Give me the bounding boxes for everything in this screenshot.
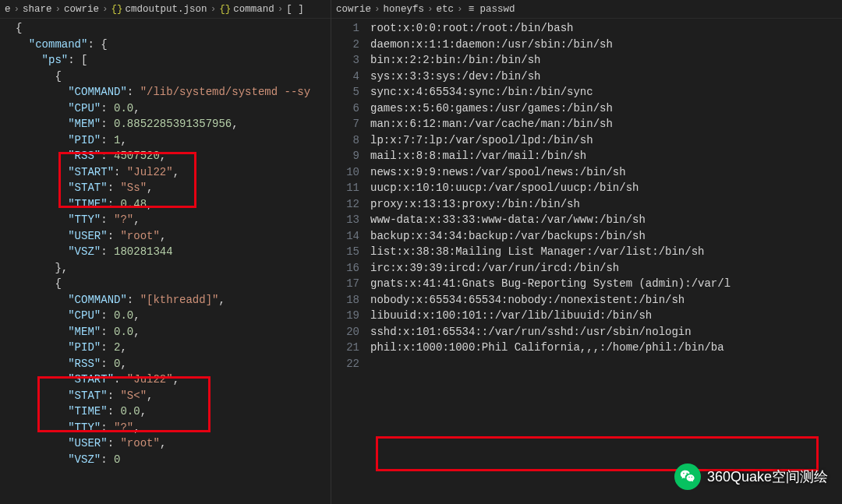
breadcrumb-separator-icon: ›: [55, 4, 62, 15]
breadcrumb-item[interactable]: e: [5, 4, 11, 15]
breadcrumb-separator-icon: ›: [457, 4, 463, 15]
line-number: 18: [331, 292, 359, 308]
json-code[interactable]: { "command": { "ps": [ { "COMMAND": "/li…: [0, 19, 331, 504]
code-line[interactable]: "START": "Jul22",: [16, 372, 331, 388]
breadcrumb-separator-icon: ›: [278, 4, 284, 15]
watermark-text: 360Quake空间测绘: [707, 467, 828, 486]
code-line[interactable]: sshd:x:101:65534::/var/run/sshd:/usr/sbi…: [370, 324, 842, 340]
code-line[interactable]: "TTY": "?",: [16, 420, 331, 436]
code-line[interactable]: "START": "Jul22",: [16, 164, 331, 181]
code-line[interactable]: "COMMAND": "/lib/systemd/systemd --sy: [16, 84, 331, 100]
breadcrumb-item[interactable]: {}command: [219, 4, 274, 15]
code-line[interactable]: },: [16, 260, 331, 277]
code-line[interactable]: bin:x:2:2:bin:/bin:/bin/sh: [370, 52, 842, 69]
line-number: 12: [331, 196, 359, 213]
code-line[interactable]: "USER": "root",: [16, 228, 331, 245]
code-line[interactable]: www-data:x:33:33:www-data:/var/www:/bin/…: [370, 212, 842, 228]
code-line[interactable]: [370, 356, 842, 372]
code-line[interactable]: "COMMAND": "[kthreadd]",: [16, 292, 331, 308]
breadcrumb-right[interactable]: cowrie›honeyfs›etc›≡passwd: [331, 0, 842, 19]
code-line[interactable]: "RSS": 0,: [16, 356, 331, 372]
line-number: 8: [331, 132, 359, 149]
code-line[interactable]: "CPU": 0.0,: [16, 100, 331, 117]
code-line[interactable]: phil:x:1000:1000:Phil California,,,:/hom…: [370, 340, 842, 356]
line-number: 9: [331, 148, 359, 164]
code-line[interactable]: "ps": [: [16, 52, 331, 69]
code-line[interactable]: "MEM": 0.0,: [16, 324, 331, 340]
line-number: 5: [331, 84, 359, 100]
watermark: 360Quake空间测绘: [674, 463, 828, 490]
line-number: 16: [331, 260, 359, 277]
code-line[interactable]: gnats:x:41:41:Gnats Bug-Reporting System…: [370, 276, 842, 292]
line-number: 22: [331, 356, 359, 372]
breadcrumb-separator-icon: ›: [102, 4, 108, 15]
code-line[interactable]: uucp:x:10:10:uucp:/var/spool/uucp:/bin/s…: [370, 180, 842, 196]
breadcrumb-left[interactable]: e›share›cowrie›{}cmdoutput.json›{}comman…: [0, 0, 331, 19]
line-number: 4: [331, 69, 359, 85]
code-line[interactable]: list:x:38:38:Mailing List Manager:/var/l…: [370, 244, 842, 260]
code-line[interactable]: "STAT": "S<",: [16, 388, 331, 404]
code-line[interactable]: "TIME": 0.0,: [16, 404, 331, 420]
code-line[interactable]: "VSZ": 0: [16, 452, 331, 468]
breadcrumb-separator-icon: ›: [374, 4, 380, 15]
line-number: 17: [331, 276, 359, 292]
code-line[interactable]: "PID": 2,: [16, 340, 331, 356]
code-line[interactable]: sys:x:3:3:sys:/dev:/bin/sh: [370, 69, 842, 85]
code-line[interactable]: "TTY": "?",: [16, 212, 331, 228]
passwd-code[interactable]: root:x:0:0:root:/root:/bin/bashdaemon:x:…: [370, 19, 842, 504]
line-number: 13: [331, 212, 359, 228]
line-number: 19: [331, 308, 359, 324]
line-gutter: 12345678910111213141516171819202122: [331, 19, 370, 504]
breadcrumb-item[interactable]: cowrie: [64, 4, 99, 15]
code-line[interactable]: root:x:0:0:root:/root:/bin/bash: [370, 20, 842, 37]
code-line[interactable]: backup:x:34:34:backup:/var/backups:/bin/…: [370, 228, 842, 245]
code-line[interactable]: libuuid:x:100:101::/var/lib/libuuid:/bin…: [370, 308, 842, 324]
code-line[interactable]: "CPU": 0.0,: [16, 308, 331, 324]
code-line[interactable]: lp:x:7:7:lp:/var/spool/lpd:/bin/sh: [370, 132, 842, 149]
json-editor[interactable]: { "command": { "ps": [ { "COMMAND": "/li…: [0, 19, 331, 504]
code-line[interactable]: "RSS": 4507520,: [16, 148, 331, 164]
code-line[interactable]: games:x:5:60:games:/usr/games:/bin/sh: [370, 100, 842, 117]
code-line[interactable]: "USER": "root",: [16, 435, 331, 452]
line-number: 21: [331, 340, 359, 356]
split-view: e›share›cowrie›{}cmdoutput.json›{}comman…: [0, 0, 842, 504]
code-line[interactable]: daemon:x:1:1:daemon:/usr/sbin:/bin/sh: [370, 37, 842, 53]
wechat-icon: [674, 463, 701, 490]
code-line[interactable]: "TIME": 0.48,: [16, 196, 331, 213]
line-number: 2: [331, 37, 359, 53]
line-number: 11: [331, 180, 359, 196]
code-line[interactable]: nobody:x:65534:65534:nobody:/nonexistent…: [370, 292, 842, 308]
code-line[interactable]: mail:x:8:8:mail:/var/mail:/bin/sh: [370, 148, 842, 164]
code-line[interactable]: "PID": 1,: [16, 132, 331, 149]
code-line[interactable]: proxy:x:13:13:proxy:/bin:/bin/sh: [370, 196, 842, 213]
code-line[interactable]: "STAT": "Ss",: [16, 180, 331, 196]
breadcrumb-item[interactable]: {}cmdoutput.json: [111, 4, 207, 15]
code-line[interactable]: man:x:6:12:man:/var/cache/man:/bin/sh: [370, 116, 842, 132]
line-number: 7: [331, 116, 359, 132]
passwd-editor[interactable]: 12345678910111213141516171819202122 root…: [331, 19, 842, 504]
code-line[interactable]: {: [16, 20, 331, 37]
code-line[interactable]: "MEM": 0.8852285391357956,: [16, 116, 331, 132]
line-number: 14: [331, 228, 359, 245]
code-line[interactable]: {: [16, 69, 331, 85]
code-line[interactable]: "VSZ": 180281344: [16, 244, 331, 260]
breadcrumb-separator-icon: ›: [210, 4, 217, 15]
code-line[interactable]: {: [16, 276, 331, 292]
code-line[interactable]: "command": {: [16, 37, 331, 53]
breadcrumb-item[interactable]: honeyfs: [384, 4, 425, 15]
line-number: 10: [331, 164, 359, 181]
code-line[interactable]: news:x:9:9:news:/var/spool/news:/bin/sh: [370, 164, 842, 181]
left-editor-pane: e›share›cowrie›{}cmdoutput.json›{}comman…: [0, 0, 331, 504]
line-number: 15: [331, 244, 359, 260]
breadcrumb-separator-icon: ›: [14, 4, 20, 15]
breadcrumb-item[interactable]: etc: [437, 4, 455, 15]
breadcrumb-item[interactable]: cowrie: [336, 4, 371, 15]
code-line[interactable]: sync:x:4:65534:sync:/bin:/bin/sync: [370, 84, 842, 100]
json-braces-icon: {}: [111, 4, 122, 15]
json-braces-icon: {}: [219, 4, 230, 15]
breadcrumb-item[interactable]: ≡passwd: [466, 4, 515, 15]
breadcrumb-item[interactable]: [ ]: [286, 4, 304, 15]
breadcrumb-item[interactable]: share: [23, 4, 52, 15]
right-editor-pane: cowrie›honeyfs›etc›≡passwd 1234567891011…: [331, 0, 842, 504]
code-line[interactable]: irc:x:39:39:ircd:/var/run/ircd:/bin/sh: [370, 260, 842, 277]
